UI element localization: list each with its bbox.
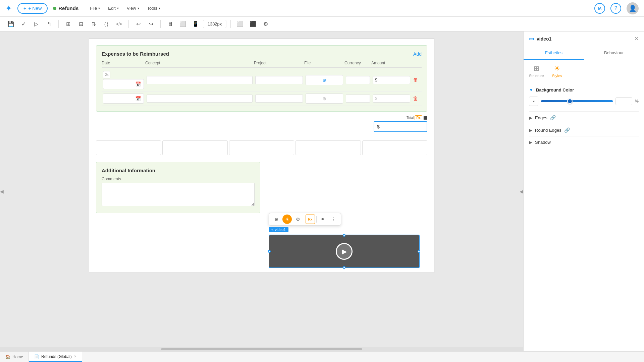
subtab-styles[interactable]: ☀ Styles xyxy=(552,64,562,78)
panel-tabs: Esthetics Behaviour xyxy=(524,46,644,60)
scroll-left-icon[interactable]: ◀ xyxy=(0,189,4,194)
close-tab-icon[interactable]: ✕ xyxy=(74,355,76,358)
code-button[interactable]: { } xyxy=(101,19,112,29)
tab-refunds[interactable]: 📄 Refunds (Global) ✕ xyxy=(29,352,82,362)
view-menu[interactable]: View ▾ xyxy=(123,4,143,13)
tablet-h-view-button[interactable]: ⬜ xyxy=(177,19,188,29)
video-settings-button[interactable]: ⚙ xyxy=(293,215,303,224)
html-button[interactable]: </> xyxy=(114,19,124,29)
upload-icon: ⊕ xyxy=(322,77,326,83)
save-button[interactable]: 💾 xyxy=(5,19,16,29)
total-input[interactable]: $ xyxy=(374,121,427,132)
expenses-section: Expenses to be Reimbursed Add Date Conce… xyxy=(96,45,427,112)
desktop-view-button[interactable]: 🖥 xyxy=(165,19,175,29)
shadow-section[interactable]: ▶ Shadow xyxy=(529,136,639,148)
date-input-2[interactable]: 📅 xyxy=(103,94,144,104)
cell-project-2 xyxy=(254,94,304,103)
file-upload-button-1[interactable]: ⊕ xyxy=(306,75,343,85)
add-button[interactable]: Add xyxy=(413,51,422,57)
mobile-view-button[interactable]: 📱 xyxy=(190,19,201,29)
tools-menu[interactable]: Tools ▾ xyxy=(144,4,164,13)
structure-icon: ⊞ xyxy=(534,64,539,72)
window-2-button[interactable]: ⬛ xyxy=(248,19,258,29)
background-color-section: ▼ Background Color ▾ 0 % xyxy=(529,87,639,106)
video-more-button[interactable]: ⋮ xyxy=(329,215,338,224)
rx-button[interactable]: Rx xyxy=(306,215,315,224)
round-edges-section[interactable]: ▶ Round Edges 🔗 xyxy=(529,124,639,136)
scroll-right-icon[interactable]: ◀ xyxy=(520,189,523,194)
delete-row-button-1[interactable]: 🗑 xyxy=(413,77,418,83)
export-button[interactable]: ↰ xyxy=(44,19,54,29)
vtb-divider-1 xyxy=(304,216,304,223)
empty-row-cell-5 xyxy=(362,140,427,155)
resize-handle-top[interactable] xyxy=(343,234,345,237)
file-menu[interactable]: File ▾ xyxy=(87,4,103,13)
help-button[interactable]: ? xyxy=(610,3,621,14)
ia-badge[interactable]: IA xyxy=(594,3,605,14)
window-1-button[interactable]: ⬜ xyxy=(235,19,246,29)
tab-esthetics[interactable]: Esthetics xyxy=(524,46,584,60)
plus-icon: + xyxy=(23,6,26,11)
resize-handle-bottom[interactable] xyxy=(343,266,345,269)
calendar-icon: 📅 xyxy=(135,96,141,101)
video-player[interactable]: ▶ xyxy=(269,235,420,268)
tab-behaviour[interactable]: Behaviour xyxy=(584,46,644,60)
color-swatch-dropdown[interactable]: ▾ xyxy=(529,97,538,106)
chevron-down-icon: ▾ xyxy=(533,100,535,103)
undo-button[interactable]: ↩ xyxy=(133,19,144,29)
date-input-1[interactable]: 📅 xyxy=(103,79,144,89)
bottom-tabs: 🏠 Home 📄 Refunds (Global) ✕ xyxy=(0,351,644,362)
col-actions xyxy=(412,61,422,65)
cell-concept-2 xyxy=(145,94,254,103)
edges-label: Edges xyxy=(535,115,547,120)
comments-textarea[interactable] xyxy=(102,183,255,206)
project-input-1[interactable] xyxy=(255,76,303,84)
concept-input-2[interactable] xyxy=(147,95,253,103)
edit-menu[interactable]: Edit ▾ xyxy=(105,4,122,13)
nav-button[interactable]: ⇅ xyxy=(88,19,99,29)
settings-button[interactable]: ⚙ xyxy=(260,19,271,29)
file-upload-button-2[interactable]: ⊕ xyxy=(306,94,343,104)
delete-row-button-2[interactable]: 🗑 xyxy=(413,96,418,101)
panel-header: ▭ video1 ✕ xyxy=(524,32,644,46)
resize-handle-right[interactable] xyxy=(418,250,420,253)
bg-color-header[interactable]: ▼ Background Color xyxy=(529,87,639,93)
chevron-down-icon: ▾ xyxy=(138,6,139,10)
tab-home[interactable]: 🏠 Home xyxy=(0,352,29,362)
table-row: Js 📅 ⊕ xyxy=(102,69,422,92)
cell-date-2: 📅 xyxy=(102,93,145,104)
nav-right-area: IA ? 👤 xyxy=(594,2,639,14)
video-play-button[interactable]: ▶ xyxy=(336,243,353,260)
play-button[interactable]: ▷ xyxy=(31,19,42,29)
concept-input-1[interactable] xyxy=(147,76,253,84)
edges-section[interactable]: ▶ Edges 🔗 xyxy=(529,111,639,124)
panel-close-button[interactable]: ✕ xyxy=(634,36,639,42)
scrollbar[interactable] xyxy=(0,347,523,351)
total-word-label: Total xyxy=(407,116,414,120)
check-button[interactable]: ✓ xyxy=(18,19,29,29)
video-styles-button[interactable]: ☀ xyxy=(282,215,292,224)
slider-thumb[interactable] xyxy=(567,99,573,104)
table-row: 📅 ⊕ xyxy=(102,92,422,106)
cell-amount-2: $ xyxy=(371,94,412,103)
rx-badge: Rx xyxy=(415,115,422,120)
avatar[interactable]: 👤 xyxy=(627,2,639,14)
video-move-button[interactable]: ⊕ xyxy=(272,215,281,224)
opacity-input[interactable]: 0 xyxy=(615,97,632,105)
components-button[interactable]: ⊞ xyxy=(63,19,73,29)
currency-input-1[interactable] xyxy=(346,76,370,84)
chevron-right-icon: ▶ xyxy=(529,128,532,133)
video-link-button[interactable]: ⚭ xyxy=(318,215,327,224)
layers-button[interactable]: ⊟ xyxy=(75,19,86,29)
redo-button[interactable]: ↪ xyxy=(146,19,156,29)
project-input-2[interactable] xyxy=(255,95,303,103)
resize-handle-left[interactable] xyxy=(268,250,271,253)
video-name: video1 xyxy=(275,228,285,232)
opacity-slider[interactable] xyxy=(541,100,613,102)
panel-element-icon: ▭ xyxy=(529,36,534,42)
new-button[interactable]: + + New xyxy=(17,3,48,14)
subtab-structure[interactable]: ⊞ Structure xyxy=(529,64,544,78)
canvas-area: ◀ ◀ Expenses to be Reimbursed Add Date C… xyxy=(0,32,523,351)
currency-input-2[interactable] xyxy=(346,95,370,103)
page-title: Refunds xyxy=(58,5,78,11)
